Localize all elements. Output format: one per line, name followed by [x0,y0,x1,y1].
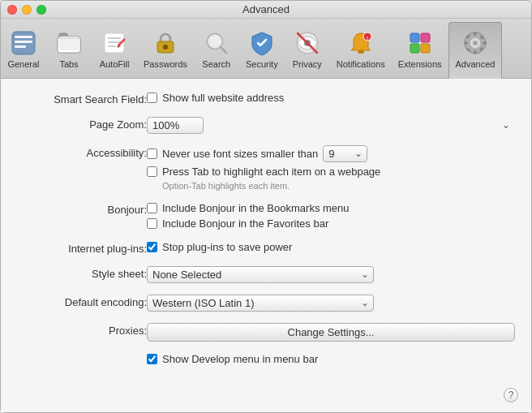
svg-rect-22 [358,50,364,54]
stop-plugins-row: Stop plug-ins to save power [147,241,515,253]
advanced-icon [462,30,488,56]
accessibility-content: Never use font sizes smaller than 9 10 1… [147,145,515,191]
accessibility-hint: Option-Tab highlights each item. [162,181,515,191]
toolbar-item-extensions[interactable]: Extensions [392,22,448,78]
page-zoom-select[interactable]: 100% 75% 85% 115% 125% 150% [147,117,204,134]
default-encoding-label: Default encoding: [17,295,147,308]
toolbar-label-tabs: Tabs [59,59,78,69]
accessibility-row: Accessibility: Never use font sizes smal… [17,145,515,191]
bonjour-row: Bonjour: Include Bonjour in the Bookmark… [17,202,515,230]
autofill-icon [101,30,127,56]
bonjour-bookmarks-row: Include Bonjour in the Bookmarks menu [147,202,515,214]
window: Advanced General [0,0,532,413]
toolbar-item-advanced[interactable]: Advanced [448,22,503,79]
toolbar: General Tabs [1,19,531,79]
style-sheet-row: Style sheet: None Selected [17,266,515,283]
accessibility-font-label: Never use font sizes smaller than [162,148,318,160]
page-zoom-label: Page Zoom: [17,117,147,131]
security-icon [249,30,275,56]
privacy-icon [294,30,320,56]
smart-search-row: Smart Search Field: Show full website ad… [17,92,515,105]
toolbar-label-autofill: AutoFill [100,59,130,69]
svg-text:!: ! [367,36,368,41]
accessibility-font-checkbox[interactable] [147,148,157,159]
develop-menu-row: Show Develop menu in menu bar [17,353,515,372]
smart-search-label: Smart Search Field: [17,92,147,105]
svg-line-17 [221,47,226,53]
toolbar-item-security[interactable]: Security [239,22,285,78]
bonjour-bookmarks-checkbox[interactable] [147,203,157,213]
notifications-icon: ! [348,30,374,56]
font-size-select[interactable]: 9 10 12 14 18 24 [323,145,367,162]
press-tab-row: Press Tab to highlight each item on a we… [147,166,515,178]
toolbar-label-extensions: Extensions [398,59,442,69]
toolbar-item-tabs[interactable]: Tabs [46,22,92,78]
svg-rect-33 [464,42,468,45]
help-button[interactable]: ? [504,388,518,402]
svg-rect-26 [421,33,430,42]
page-zoom-content: 100% 75% 85% 115% 125% 150% [147,117,515,134]
toolbar-item-notifications[interactable]: ! Notifications [330,22,392,78]
svg-rect-2 [15,41,32,43]
develop-menu-checkbox-row: Show Develop menu in menu bar [147,353,318,365]
proxies-label: Proxies: [17,323,147,337]
smart-search-checkbox[interactable] [147,92,157,103]
stop-plugins-label: Stop plug-ins to save power [162,241,292,253]
window-body: Smart Search Field: Show full website ad… [1,79,531,412]
toolbar-item-privacy[interactable]: Privacy [285,22,330,78]
svg-rect-25 [410,33,419,42]
passwords-icon [152,30,178,56]
smart-search-content: Show full website address [147,92,515,104]
internet-plugins-label: Internet plug-ins: [17,241,147,255]
bonjour-favorites-label: Include Bonjour in the Favorites bar [162,217,328,230]
toolbar-item-search[interactable]: Search [194,22,239,78]
tabs-icon [56,30,82,56]
toolbar-label-privacy: Privacy [293,59,322,69]
stop-plugins-checkbox[interactable] [147,242,157,252]
press-tab-checkbox[interactable] [147,166,157,177]
default-encoding-select-wrapper: Western (ISO Latin 1) UTF-8 Unicode (UTF… [147,295,374,312]
toolbar-label-notifications: Notifications [337,59,385,69]
content-area: Smart Search Field: Show full website ad… [1,79,531,412]
accessibility-label: Accessibility: [17,145,147,159]
smart-search-checkbox-row: Show full website address [147,92,515,104]
default-encoding-select[interactable]: Western (ISO Latin 1) UTF-8 Unicode (UTF… [147,295,374,312]
svg-rect-27 [410,44,419,53]
press-tab-label: Press Tab to highlight each item on a we… [162,166,380,178]
style-sheet-content: None Selected [147,266,515,283]
bonjour-label: Bonjour: [17,202,147,216]
svg-rect-3 [15,45,26,48]
page-zoom-select-wrapper: 100% 75% 85% 115% 125% 150% [147,117,515,134]
style-sheet-label: Style sheet: [17,266,147,280]
maximize-button[interactable] [36,5,46,15]
general-icon [11,30,36,56]
svg-rect-34 [483,42,487,45]
svg-point-14 [163,45,168,49]
svg-rect-28 [421,44,430,53]
style-sheet-select[interactable]: None Selected [147,266,374,283]
smart-search-checkbox-label: Show full website address [162,92,284,104]
font-size-select-wrapper: 9 10 12 14 18 24 [323,145,367,162]
develop-menu-checkbox[interactable] [147,354,157,364]
toolbar-item-passwords[interactable]: Passwords [137,22,194,78]
toolbar-item-general[interactable]: General [1,22,46,78]
default-encoding-content: Western (ISO Latin 1) UTF-8 Unicode (UTF… [147,295,515,312]
svg-rect-7 [59,37,79,50]
window-title: Advanced [242,3,290,15]
page-zoom-row: Page Zoom: 100% 75% 85% 115% 125% 150% [17,117,515,134]
change-settings-button[interactable]: Change Settings... [147,323,515,342]
bonjour-favorites-row: Include Bonjour in the Favorites bar [147,217,515,230]
traffic-lights [7,5,46,15]
titlebar: Advanced [1,1,531,19]
accessibility-font-row: Never use font sizes smaller than 9 10 1… [147,145,515,162]
toolbar-item-autofill[interactable]: AutoFill [92,22,137,78]
bonjour-favorites-checkbox[interactable] [147,218,157,229]
toolbar-label-advanced: Advanced [456,59,496,69]
proxies-row: Proxies: Change Settings... [17,323,515,342]
minimize-button[interactable] [22,5,32,15]
close-button[interactable] [7,5,17,15]
svg-rect-32 [474,50,477,54]
proxies-content: Change Settings... [147,323,515,342]
svg-point-40 [474,41,478,45]
svg-rect-1 [15,36,32,38]
